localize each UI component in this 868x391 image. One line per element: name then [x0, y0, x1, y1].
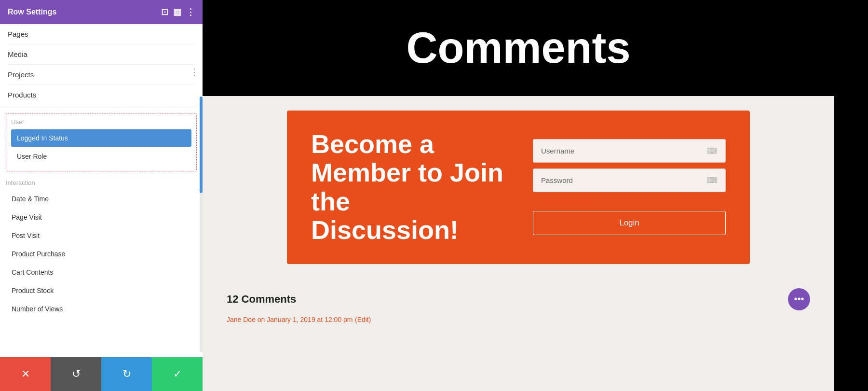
columns-icon[interactable]: ▦: [173, 7, 181, 17]
member-section: Become a Member to Join the Discussion! …: [203, 96, 834, 279]
password-input[interactable]: Password ⌨: [533, 168, 726, 192]
comments-count: 12 Comments: [227, 293, 296, 306]
cart-contents-item[interactable]: Cart Contents: [6, 264, 197, 281]
login-button[interactable]: Login: [533, 211, 726, 235]
username-icon: ⌨: [706, 146, 718, 155]
post-visit-item[interactable]: Post Visit: [6, 227, 197, 244]
nav-item-media[interactable]: Media: [8, 44, 195, 65]
password-icon: ⌨: [706, 176, 718, 185]
member-text: Become a Member to Join the Discussion!: [311, 130, 504, 245]
redo-button[interactable]: ↻: [101, 357, 152, 391]
hero-section: Comments: [203, 0, 834, 96]
main-content: Comments Become a Member to Join the Dis…: [203, 0, 834, 391]
nav-item-pages[interactable]: Pages: [8, 24, 195, 44]
nav-item-products[interactable]: Products: [8, 85, 195, 105]
interaction-section: Interaction Date & Time Page Visit Post …: [6, 179, 197, 319]
right-black-bar: [834, 0, 868, 391]
number-of-views-item[interactable]: Number of Views: [6, 300, 197, 318]
bottom-toolbar: ✕ ↺ ↻ ✓: [0, 357, 203, 391]
password-placeholder: Password: [541, 176, 573, 184]
undo-button[interactable]: ↺: [51, 357, 101, 391]
dots-circle-icon: •••: [794, 293, 804, 305]
comment-row: Jane Doe on January 1, 2019 at 12:00 pm …: [227, 315, 810, 324]
dots-menu-icon[interactable]: ⋮: [186, 7, 195, 17]
user-section: User Logged In Status User Role: [6, 113, 197, 171]
user-role-item[interactable]: User Role: [11, 148, 191, 165]
right-dots-icon[interactable]: ⋮: [186, 63, 203, 81]
member-form: Username ⌨ Password ⌨ Forgot your passwo…: [533, 139, 726, 235]
member-card: Become a Member to Join the Discussion! …: [287, 111, 750, 264]
comment-author: Jane Doe on January 1, 2019 at 12:00 pm: [227, 316, 353, 323]
edit-link[interactable]: (Edit): [355, 316, 371, 323]
nav-item-projects[interactable]: Projects: [8, 65, 195, 85]
panel-title: Row Settings: [8, 8, 56, 16]
comments-section: 12 Comments ••• Jane Doe on January 1, 2…: [203, 279, 834, 391]
nav-strip: Pages Media Projects Products: [0, 24, 203, 105]
panel-header: Row Settings ⊡ ▦ ⋮: [0, 0, 203, 24]
logged-in-status-item[interactable]: Logged In Status: [11, 129, 191, 147]
username-input[interactable]: Username ⌨: [533, 139, 726, 163]
page-visit-item[interactable]: Page Visit: [6, 209, 197, 226]
date-time-item[interactable]: Date & Time: [6, 190, 197, 208]
hero-title: Comments: [222, 24, 815, 72]
comments-header: 12 Comments •••: [227, 288, 810, 310]
comments-menu-button[interactable]: •••: [788, 288, 810, 310]
scrollbar-track: [200, 97, 203, 352]
cancel-button[interactable]: ✕: [0, 357, 51, 391]
interaction-section-label: Interaction: [6, 179, 197, 186]
user-section-label: User: [11, 118, 191, 126]
expand-icon[interactable]: ⊡: [161, 7, 168, 17]
product-purchase-item[interactable]: Product Purchase: [6, 245, 197, 263]
forgot-password-link[interactable]: Forgot your password?: [533, 198, 726, 205]
panel-header-icons: ⊡ ▦ ⋮: [161, 7, 195, 17]
scrollbar-thumb[interactable]: [200, 97, 203, 193]
left-panel: Row Settings ⊡ ▦ ⋮ Pages Media Projects …: [0, 0, 203, 391]
username-placeholder: Username: [541, 147, 574, 155]
confirm-button[interactable]: ✓: [152, 357, 203, 391]
product-stock-item[interactable]: Product Stock: [6, 282, 197, 299]
